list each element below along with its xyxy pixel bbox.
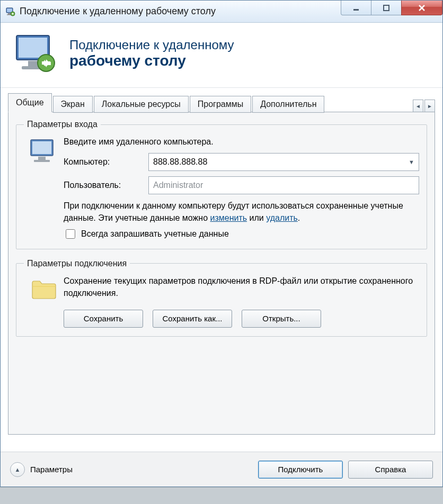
tab-scroll-right[interactable]: ►: [424, 100, 435, 112]
options-label: Параметры: [30, 465, 73, 474]
maximize-button[interactable]: [371, 1, 402, 15]
rdp-window: Подключение к удаленному рабочему столу: [0, 0, 443, 487]
computer-combobox[interactable]: 888.88.888.88 ▼: [148, 153, 419, 171]
tab-advanced[interactable]: Дополнительн: [252, 96, 324, 113]
change-creds-link[interactable]: изменить: [210, 213, 247, 222]
save-as-button[interactable]: Сохранить как...: [153, 310, 232, 328]
tab-programs[interactable]: Программы: [190, 96, 251, 113]
computer-label: Компьютер:: [64, 157, 148, 167]
connect-button[interactable]: Подключить: [258, 461, 343, 479]
window-title: Подключение к удаленному рабочему столу: [20, 6, 216, 17]
svg-rect-13: [32, 141, 51, 154]
tab-scroll-left[interactable]: ◄: [413, 100, 423, 112]
login-params-group: Параметры входа Введите имя удаленного к…: [16, 120, 427, 249]
delete-creds-link[interactable]: удалить: [266, 213, 298, 222]
svg-rect-5: [353, 9, 359, 11]
tab-panel-general: Параметры входа Введите имя удаленного к…: [8, 112, 435, 435]
login-instruction: Введите имя удаленного компьютера.: [64, 136, 419, 148]
chevron-up-icon: ▲: [15, 466, 21, 473]
svg-rect-15: [34, 160, 50, 162]
banner-text: Подключение к удаленному рабочему столу: [69, 38, 234, 69]
computer-icon: [24, 136, 64, 164]
open-button[interactable]: Открыть...: [242, 310, 321, 328]
login-params-legend: Параметры входа: [24, 120, 101, 129]
banner-line1: Подключение к удаленному: [69, 38, 234, 52]
help-button[interactable]: Справка: [348, 461, 433, 479]
svg-rect-9: [28, 61, 38, 66]
minimize-button[interactable]: [341, 1, 371, 15]
bottom-bar: ▲ Параметры Подключить Справка: [1, 452, 442, 487]
banner: Подключение к удаленному рабочему столу: [1, 23, 442, 88]
svg-rect-6: [384, 5, 389, 11]
connection-params-group: Параметры подключения Сохранение текущих…: [16, 259, 427, 337]
rdp-banner-icon: [12, 32, 60, 75]
connection-description: Сохранение текущих параметров подключени…: [64, 275, 419, 299]
saved-creds-text: При подключении к данному компьютеру буд…: [64, 200, 419, 224]
banner-line2: рабочему столу: [69, 52, 234, 69]
titlebar[interactable]: Подключение к удаленному рабочему столу: [1, 1, 442, 23]
always-ask-label: Всегда запрашивать учетные данные: [81, 229, 229, 239]
computer-value: 888.88.888.88: [153, 157, 207, 167]
save-button[interactable]: Сохранить: [64, 310, 143, 328]
tab-general[interactable]: Общие: [8, 93, 52, 112]
tab-display[interactable]: Экран: [53, 96, 93, 113]
folder-icon: [24, 275, 64, 301]
user-label: Пользователь:: [64, 181, 148, 190]
always-ask-checkbox[interactable]: [66, 229, 75, 239]
user-field[interactable]: [148, 176, 419, 194]
app-icon: [6, 7, 15, 16]
connection-params-legend: Параметры подключения: [24, 259, 130, 268]
options-toggle[interactable]: ▲: [10, 462, 25, 477]
tab-local-resources[interactable]: Локальные ресурсы: [94, 96, 189, 113]
close-button[interactable]: [401, 1, 442, 15]
svg-rect-1: [7, 8, 12, 12]
tabs: Общие Экран Локальные ресурсы Программы …: [8, 93, 435, 112]
svg-rect-14: [38, 157, 46, 160]
chevron-down-icon: ▼: [409, 159, 414, 165]
